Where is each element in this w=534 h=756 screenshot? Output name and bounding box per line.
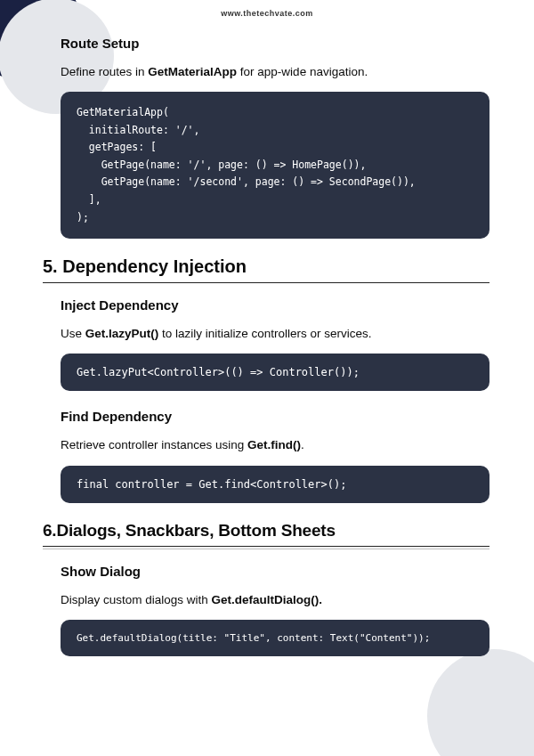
- bold-text: Get.lazyPut(): [85, 327, 159, 340]
- route-setup-para: Define routes in GetMaterialApp for app-…: [61, 63, 490, 81]
- show-dialog-para: Display custom dialogs with Get.defaultD…: [61, 591, 490, 609]
- bold-text: Get.find(): [247, 438, 301, 451]
- text: for app-wide navigation.: [237, 65, 368, 78]
- section-6-title: 6.Dialogs, Snackbars, Bottom Sheets: [43, 521, 490, 547]
- route-setup-heading: Route Setup: [61, 36, 490, 51]
- find-dependency-heading: Find Dependency: [61, 409, 490, 424]
- bold-text: GetMaterialApp: [148, 65, 237, 78]
- section-5-title: 5. Dependency Injection: [43, 256, 490, 283]
- site-url: www.thetechvate.com: [36, 9, 498, 18]
- show-dialog-heading: Show Dialog: [61, 564, 490, 579]
- inject-dependency-heading: Inject Dependency: [61, 297, 490, 313]
- page-container: www.thetechvate.com Route Setup Define r…: [0, 0, 534, 701]
- find-dependency-code: final controller = Get.find<Controller>(…: [61, 466, 490, 503]
- text: Use: [61, 327, 85, 340]
- bold-text: Get.defaultDialog().: [212, 593, 323, 606]
- inject-dependency-code: Get.lazyPut<Controller>(() => Controller…: [61, 354, 490, 391]
- inject-dependency-para: Use Get.lazyPut() to lazily initialize c…: [61, 325, 490, 343]
- text: .: [301, 438, 304, 451]
- show-dialog-code: Get.defaultDialog(title: "Title", conten…: [61, 620, 490, 656]
- text: Retrieve controller instances using: [61, 438, 247, 451]
- text: Define routes in: [61, 65, 148, 78]
- content-area: Route Setup Define routes in GetMaterial…: [36, 36, 498, 656]
- text: to lazily initialize controllers or serv…: [158, 327, 371, 340]
- find-dependency-para: Retrieve controller instances using Get.…: [61, 436, 490, 454]
- section-rule: [43, 549, 490, 549]
- route-setup-code: GetMaterialApp( initialRoute: '/', getPa…: [61, 92, 490, 239]
- text: Display custom dialogs with: [61, 593, 212, 606]
